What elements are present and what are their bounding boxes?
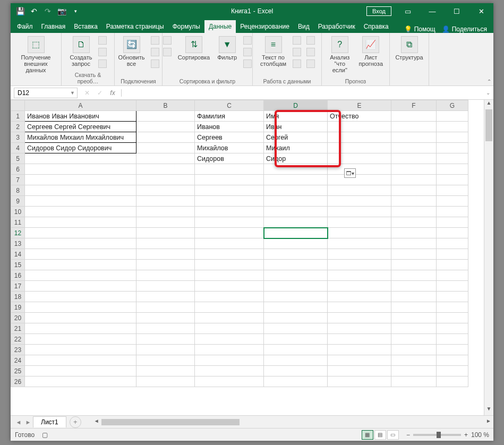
- cell-C16[interactable]: [195, 270, 264, 281]
- cell-A26[interactable]: [25, 376, 136, 387]
- cell-E24[interactable]: [328, 355, 391, 366]
- col-header-F[interactable]: F: [391, 100, 437, 111]
- cell-G14[interactable]: [437, 249, 468, 260]
- cell-E8[interactable]: [328, 185, 391, 196]
- cell-A6[interactable]: [25, 164, 136, 175]
- cell-E9[interactable]: [328, 196, 391, 207]
- cell-F21[interactable]: [391, 323, 437, 334]
- cell-E7[interactable]: [328, 175, 391, 185]
- cell-C19[interactable]: [195, 302, 264, 313]
- cell-C26[interactable]: [195, 376, 264, 387]
- cell-C1[interactable]: Фамилия: [195, 111, 264, 122]
- from-table-button[interactable]: [97, 47, 108, 57]
- recent-sources-button[interactable]: [97, 58, 108, 69]
- cell-D7[interactable]: [264, 175, 328, 185]
- col-header-G[interactable]: G: [437, 100, 468, 111]
- cell-F7[interactable]: [391, 175, 437, 185]
- cell-F14[interactable]: [391, 249, 437, 260]
- cell-D21[interactable]: [264, 323, 328, 334]
- hscroll-thumb[interactable]: [101, 419, 240, 425]
- cell-D3[interactable]: Сергей: [264, 132, 328, 143]
- cell-B11[interactable]: [136, 217, 195, 228]
- row-header-25[interactable]: 25: [11, 366, 25, 376]
- cell-D17[interactable]: [264, 281, 328, 292]
- tab-data[interactable]: Данные: [204, 20, 236, 33]
- edit-links-button[interactable]: [150, 58, 160, 69]
- cell-B6[interactable]: [136, 164, 195, 175]
- cell-D8[interactable]: [264, 185, 328, 196]
- cell-A17[interactable]: [25, 281, 136, 292]
- cell-B17[interactable]: [136, 281, 195, 292]
- zoom-in-button[interactable]: +: [464, 431, 468, 439]
- cell-F3[interactable]: [391, 132, 437, 143]
- cell-G18[interactable]: [437, 292, 468, 302]
- cell-E25[interactable]: [328, 366, 391, 376]
- sign-in-button[interactable]: Вход: [366, 6, 391, 16]
- cell-B9[interactable]: [136, 196, 195, 207]
- cell-E19[interactable]: [328, 302, 391, 313]
- sort-button[interactable]: ⇅ Сортировка: [176, 35, 212, 62]
- sort-desc-button[interactable]: [162, 47, 173, 57]
- row-header-3[interactable]: 3: [11, 132, 25, 143]
- cell-B3[interactable]: [136, 132, 195, 143]
- reapply-button[interactable]: [242, 47, 253, 57]
- cell-A23[interactable]: [25, 345, 136, 355]
- row-header-21[interactable]: 21: [11, 323, 25, 334]
- cell-C22[interactable]: [195, 334, 264, 345]
- cell-F15[interactable]: [391, 260, 437, 270]
- cell-A25[interactable]: [25, 366, 136, 376]
- cell-D13[interactable]: [264, 238, 328, 249]
- view-page-break-icon[interactable]: ▭: [387, 430, 399, 440]
- cell-G15[interactable]: [437, 260, 468, 270]
- cell-G5[interactable]: [437, 153, 468, 164]
- cell-B8[interactable]: [136, 185, 195, 196]
- row-header-4[interactable]: 4: [11, 143, 25, 153]
- cell-D19[interactable]: [264, 302, 328, 313]
- zoom-knob[interactable]: [437, 432, 441, 438]
- cell-E1[interactable]: Отчество: [328, 111, 391, 122]
- cell-D12[interactable]: [264, 228, 328, 238]
- add-sheet-button[interactable]: +: [70, 416, 81, 428]
- row-header-9[interactable]: 9: [11, 196, 25, 207]
- row-header-2[interactable]: 2: [11, 122, 25, 132]
- cell-C2[interactable]: Иванов: [195, 122, 264, 132]
- sheet-tab-1[interactable]: Лист1: [33, 416, 66, 427]
- cell-C3[interactable]: Сергеев: [195, 132, 264, 143]
- cell-B21[interactable]: [136, 323, 195, 334]
- what-if-button[interactable]: ? Анализ "что если": [326, 35, 354, 74]
- cell-A4[interactable]: Сидоров Сидор Сидорович: [25, 143, 136, 153]
- cell-A3[interactable]: Михайлов Михаил Михайлович: [25, 132, 136, 143]
- row-header-18[interactable]: 18: [11, 292, 25, 302]
- zoom-slider[interactable]: [413, 434, 461, 436]
- cell-C21[interactable]: [195, 323, 264, 334]
- cell-B1[interactable]: [136, 111, 195, 122]
- forecast-sheet-button[interactable]: 📈 Лист прогноза: [357, 35, 385, 68]
- cell-B23[interactable]: [136, 345, 195, 355]
- cell-G11[interactable]: [437, 217, 468, 228]
- cell-D2[interactable]: Иван: [264, 122, 328, 132]
- scroll-right-icon[interactable]: ►: [484, 418, 493, 426]
- tab-help[interactable]: Справка: [360, 20, 393, 33]
- cell-A2[interactable]: Сергеев Сергей Сергеевич: [25, 122, 136, 132]
- cell-A8[interactable]: [25, 185, 136, 196]
- cell-B22[interactable]: [136, 334, 195, 345]
- cell-G2[interactable]: [437, 122, 468, 132]
- cancel-formula-icon[interactable]: ✕: [81, 89, 93, 97]
- cell-E11[interactable]: [328, 217, 391, 228]
- consolidate-button[interactable]: [305, 35, 316, 46]
- cell-C24[interactable]: [195, 355, 264, 366]
- cell-D14[interactable]: [264, 249, 328, 260]
- cell-G13[interactable]: [437, 238, 468, 249]
- cell-B18[interactable]: [136, 292, 195, 302]
- cell-D23[interactable]: [264, 345, 328, 355]
- connections-button[interactable]: [150, 35, 160, 46]
- cell-G10[interactable]: [437, 207, 468, 217]
- sort-asc-button[interactable]: [162, 35, 173, 46]
- cell-A18[interactable]: [25, 292, 136, 302]
- row-header-19[interactable]: 19: [11, 302, 25, 313]
- remove-duplicates-button[interactable]: [292, 47, 302, 57]
- cell-B4[interactable]: [136, 143, 195, 153]
- cell-F1[interactable]: [391, 111, 437, 122]
- row-header-11[interactable]: 11: [11, 217, 25, 228]
- cell-F6[interactable]: [391, 164, 437, 175]
